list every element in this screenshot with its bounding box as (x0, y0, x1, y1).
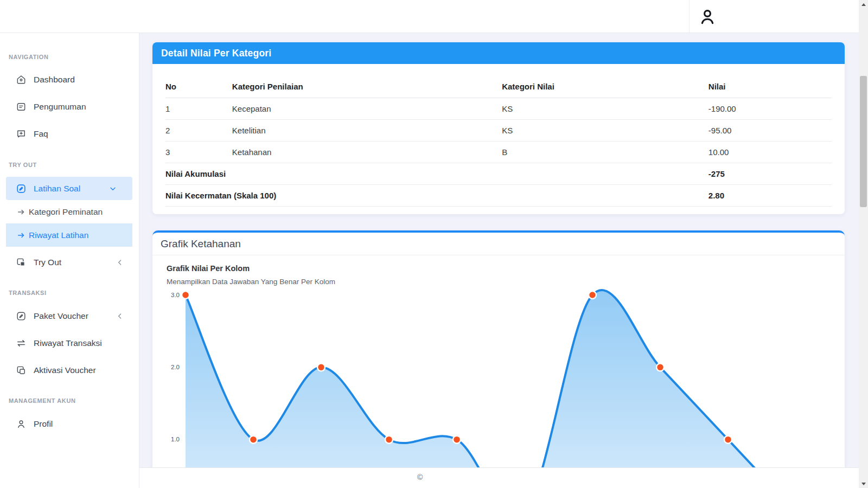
summary-row-kecermatan: Nilai Kecermatan (Skala 100) 2.80 (165, 185, 832, 207)
main-content: Detail Nilai Per Kategori No Kategori Pe… (139, 33, 859, 488)
vertical-scrollbar[interactable] (859, 0, 868, 488)
sidebar-item-aktivasi-voucher[interactable]: Aktivasi Voucher (0, 358, 139, 382)
sidebar-item-paket-voucher[interactable]: Paket Voucher (0, 304, 139, 328)
summary-row-akumulasi: Nilai Akumulasi -275 (165, 163, 832, 185)
sidebar-subitem-riwayat-latihan[interactable]: Riwayat Latihan (6, 223, 132, 247)
sidebar-item-faq[interactable]: Faq (0, 122, 139, 146)
card-title: Grafik Ketahanan (161, 238, 241, 250)
edit-icon (16, 183, 27, 194)
copyright-symbol: © (417, 473, 423, 481)
data-point (453, 436, 461, 444)
sidebar-item-profil[interactable]: Profil (0, 412, 139, 436)
arrow-right-icon (16, 230, 26, 240)
col-header-kategori-penilaian: Kategori Penilaian (232, 76, 502, 98)
sidebar-item-try-out[interactable]: Try Out (0, 251, 139, 274)
top-header (0, 0, 859, 33)
sidebar-item-dashboard[interactable]: Dashboard (0, 68, 139, 92)
scroll-up-arrow[interactable] (859, 0, 868, 9)
data-point (385, 436, 393, 444)
chart-title: Grafik Nilai Per Kolom (167, 264, 845, 273)
announcement-icon (16, 101, 27, 112)
footer: © (139, 467, 859, 488)
data-point (250, 436, 257, 444)
chart-canvas (163, 289, 838, 488)
score-table: No Kategori Penilaian Kategori Nilai Nil… (165, 76, 832, 207)
col-header-no: No (165, 76, 232, 98)
user-icon (16, 419, 27, 429)
user-avatar-icon[interactable] (698, 7, 717, 27)
sidebar-item-latihan-soal[interactable]: Latihan Soal (6, 177, 132, 200)
table-row: 2 Ketelitian KS -95.00 (165, 120, 832, 142)
chart-subtitle: Menampilkan Data Jawaban Yang Benar Per … (167, 278, 845, 286)
chevron-down-icon (108, 184, 117, 193)
home-icon (16, 74, 27, 85)
section-label-navigation: NAVIGATION (9, 54, 48, 60)
col-header-kategori-nilai: Kategori Nilai (502, 76, 709, 98)
grafik-ketahanan-card: Grafik Ketahanan Grafik Nilai Per Kolom … (152, 230, 845, 488)
copy-filled-icon (16, 257, 27, 268)
section-label-management-akun: MANAGEMENT AKUN (9, 397, 75, 404)
transfer-icon (16, 338, 27, 349)
sidebar-item-pengumuman[interactable]: Pengumuman (0, 95, 139, 119)
detail-nilai-card: Detail Nilai Per Kategori No Kategori Pe… (152, 42, 845, 214)
latihan-soal-submenu: Kategori Peminatan Riwayat Latihan (6, 200, 132, 248)
edit-icon (16, 311, 27, 322)
scrollbar-thumb[interactable] (860, 76, 867, 207)
section-label-transaksi: TRANSAKSI (9, 290, 47, 296)
sidebar-subitem-kategori-peminatan[interactable]: Kategori Peminatan (6, 200, 132, 223)
detail-nilai-card-header: Detail Nilai Per Kategori (152, 42, 845, 64)
sidebar: NAVIGATION Dashboard Pengumuman Faq TRY … (0, 0, 139, 488)
sidebar-item-riwayat-transaksi[interactable]: Riwayat Transaksi (0, 331, 139, 355)
table-row: 3 Ketahanan B 10.00 (165, 142, 832, 163)
arrow-right-icon (16, 207, 26, 217)
card-title: Detail Nilai Per Kategori (161, 48, 271, 59)
scroll-down-arrow[interactable] (859, 479, 868, 488)
chevron-left-icon (116, 258, 124, 267)
area-chart[interactable]: 3.0 2.0 1.0 (163, 289, 838, 468)
copy-icon (16, 365, 27, 376)
section-label-tryout: TRY OUT (9, 162, 37, 168)
table-header-row: No Kategori Penilaian Kategori Nilai Nil… (165, 76, 832, 98)
data-point (317, 363, 325, 371)
faq-icon (16, 129, 27, 139)
grafik-card-header: Grafik Ketahanan (152, 233, 845, 255)
header-divider (689, 0, 690, 33)
col-header-nilai: Nilai (709, 76, 832, 98)
data-point (182, 291, 189, 299)
data-point (589, 291, 596, 299)
data-point (724, 436, 732, 444)
data-point (656, 363, 664, 371)
table-row: 1 Kecepatan KS -190.00 (165, 98, 832, 120)
chevron-left-icon (116, 312, 124, 320)
